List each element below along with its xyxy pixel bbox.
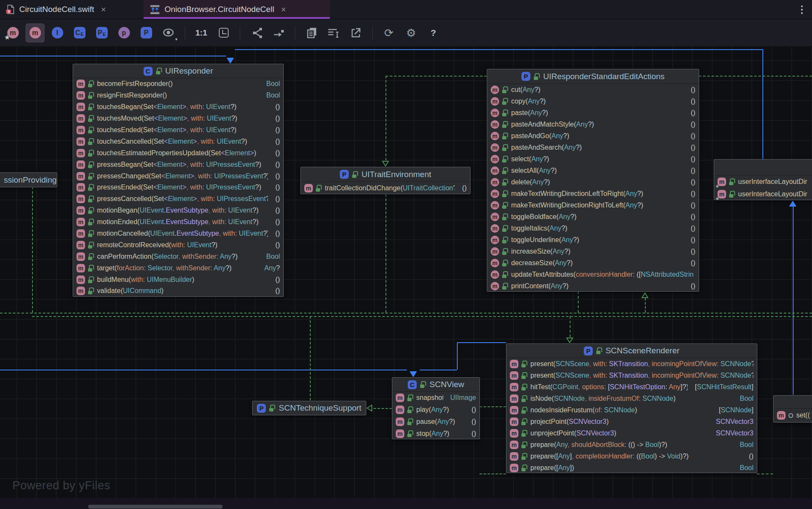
extension-methods-filter-button[interactable]: m ★ <box>3 24 22 42</box>
help-icon: ? <box>431 28 436 38</box>
member-row[interactable]: mcopy(Any?)() <box>487 95 699 107</box>
member-row[interactable]: mset(( <box>774 408 812 422</box>
member-row[interactable]: mprintContent(Any?)() <box>487 280 699 292</box>
node-header[interactable] <box>774 396 812 408</box>
member-row[interactable]: mdecreaseSize(Any?)() <box>487 257 699 269</box>
member-row[interactable]: mvalidate(UICommand)() <box>73 285 283 297</box>
public-lock-icon <box>521 361 527 367</box>
more-options-kebab-icon[interactable]: ⋮ <box>797 4 812 15</box>
member-row[interactable]: mprojectPoint(SCNVector3)SCNVector3 <box>506 416 757 427</box>
node-header[interactable]: PUIResponderStandardEditActions <box>487 69 699 84</box>
member-row[interactable]: mselectAll(Any?)() <box>487 165 699 176</box>
node-userinterfacelayout-clipped[interactable]: muserInterfaceLayoutDirmuserInterfaceLay… <box>714 159 812 200</box>
member-row[interactable]: mstop(Any?)() <box>392 428 480 439</box>
member-row[interactable]: mselect(Any?)() <box>487 153 699 165</box>
member-row[interactable]: mprepare([Any])Bool <box>506 462 757 473</box>
node-header[interactable] <box>714 160 812 176</box>
member-row[interactable]: mnodesInsideFrustum(of: SCNNode)[SCNNode… <box>506 404 757 416</box>
member-row[interactable]: mpressesEnded(Set<Element>, with: UIPres… <box>73 182 283 193</box>
node-uiresponder[interactable]: CUIRespondermbecomeFirstResponder()Boolm… <box>73 64 284 297</box>
initializers-filter-button[interactable]: I <box>48 24 67 42</box>
member-row[interactable]: mprepare(Any, shouldAbortBlock: (() -> B… <box>506 439 757 450</box>
member-row[interactable]: mtoggleUnderline(Any?)() <box>487 234 699 246</box>
visibility-level-button[interactable]: ▾ <box>159 24 178 42</box>
fit-content-button[interactable] <box>214 24 233 42</box>
export-diagram-button[interactable] <box>347 24 365 42</box>
tab-circuitnodecell-swift[interactable]: S CircuitNodeCell.swift × <box>0 0 132 19</box>
member-row[interactable]: mmakeTextWritingDirectionLeftToRight(Any… <box>487 188 699 199</box>
member-row[interactable]: mupdateTextAttributes(conversionHandler:… <box>487 269 699 280</box>
node-header[interactable]: ssionProviding <box>0 173 57 187</box>
node-header[interactable]: PSCNTechniqueSupport <box>253 401 366 415</box>
node-scnview[interactable]: CSCNViewmsnapshot()UIImagemplay(Any?)()m… <box>392 377 480 439</box>
member-row[interactable]: mdelete(Any?)() <box>487 176 699 188</box>
member-row[interactable]: mtouchesEstimatedPropertiesUpdated(Set<E… <box>73 147 283 159</box>
protocols-filter-button[interactable]: P <box>137 24 156 42</box>
member-row[interactable]: mresignFirstResponder()Bool <box>73 90 283 101</box>
horizontal-scrollbar[interactable] <box>88 505 223 509</box>
node-uitraitenvironment[interactable]: PUITraitEnvironmentmtraitCollectionDidCh… <box>300 167 471 194</box>
member-row[interactable]: mtoggleItalics(Any?)() <box>487 222 699 234</box>
member-row[interactable]: mincreaseSize(Any?)() <box>487 246 699 257</box>
refresh-button[interactable]: ⟳ <box>380 24 398 42</box>
member-row[interactable]: mpresent(SCNScene, with: SKTransition, i… <box>506 358 757 370</box>
member-row[interactable]: mbecomeFirstResponder()Bool <box>73 78 283 90</box>
route-edges-button[interactable] <box>269 24 288 42</box>
close-tab-icon[interactable]: × <box>281 5 286 15</box>
protocol-extensions-filter-button[interactable]: PE <box>92 24 111 42</box>
member-row[interactable]: mpaste(Any?)() <box>487 107 699 118</box>
node-header[interactable]: PUITraitEnvironment <box>301 167 470 182</box>
edit-node-labels-button[interactable] <box>324 24 343 42</box>
member-row[interactable]: mmotionCancelled(UIEvent.EventSubtype, w… <box>73 228 283 240</box>
member-row[interactable]: mpressesCancelled(Set<Element>, with: UI… <box>73 193 283 205</box>
member-row[interactable]: mbuildMenu(with: UIMenuBuilder)() <box>73 274 283 285</box>
member-row[interactable]: mtoggleBoldface(Any?)() <box>487 211 699 222</box>
member-row[interactable]: mremoteControlReceived(with: UIEvent?)() <box>73 239 283 251</box>
member-row[interactable]: muserInterfaceLayoutDir <box>714 176 812 188</box>
node-header[interactable]: CUIResponder <box>73 64 283 78</box>
member-row[interactable]: mmakeTextWritingDirectionRightToLeft(Any… <box>487 199 699 211</box>
copy-diagram-button[interactable] <box>302 24 321 42</box>
methods-filter-button[interactable]: m <box>26 24 44 42</box>
member-row[interactable]: mhitTest(CGPoint, options: [SCNHitTestOp… <box>506 381 757 393</box>
member-row[interactable]: mcanPerformAction(Selector, withSender: … <box>73 251 283 262</box>
node-session-providing-clipped[interactable]: ssionProviding <box>0 172 57 187</box>
properties-filter-button[interactable]: p <box>115 24 133 42</box>
member-row[interactable]: mpasteAndGo(Any?)() <box>487 130 699 142</box>
member-row[interactable]: mpresent(SCNScene, with: SKTransition, i… <box>506 370 757 381</box>
member-row[interactable]: mplay(Any?)() <box>392 404 480 416</box>
member-row[interactable]: mmotionBegan(UIEvent.EventSubtype, with:… <box>73 205 283 216</box>
class-extensions-filter-button[interactable]: CE <box>70 24 89 42</box>
close-tab-icon[interactable]: × <box>101 5 106 15</box>
node-scntechniquesupport[interactable]: PSCNTechniqueSupport <box>252 401 366 415</box>
node-header[interactable]: PSCNSceneRenderer <box>506 344 757 358</box>
apply-layout-button[interactable] <box>247 24 266 42</box>
member-row[interactable]: mtouchesCancelled(Set<Element>, with: UI… <box>73 136 283 147</box>
tab-uml-diagram[interactable]: OnionBrowser.CircuitNodeCell × <box>144 0 330 19</box>
member-row[interactable]: mtarget(forAction: Selector, withSender:… <box>73 262 283 274</box>
member-row[interactable]: mtraitCollectionDidChange(UITraitCollect… <box>301 182 470 194</box>
node-header[interactable]: CSCNView <box>392 378 480 392</box>
node-uiresponder-standard-edit-actions[interactable]: PUIResponderStandardEditActionsmcut(Any?… <box>487 69 699 292</box>
member-row[interactable]: mtouchesBegan(Set<Element>, with: UIEven… <box>73 101 283 113</box>
member-row[interactable]: mtouchesMoved(Set<Element>, with: UIEven… <box>73 113 283 124</box>
member-row[interactable]: msnapshot()UIImage <box>392 392 480 404</box>
member-row[interactable]: mpasteAndSearch(Any?)() <box>487 142 699 153</box>
public-lock-icon <box>352 171 358 178</box>
member-row[interactable]: mcut(Any?)() <box>487 84 699 95</box>
member-row[interactable]: mtouchesEnded(Set<Element>, with: UIEven… <box>73 124 283 136</box>
actual-size-button[interactable]: 1:1 <box>192 24 211 42</box>
settings-button[interactable]: ⚙ <box>402 24 421 42</box>
member-row[interactable]: muserInterfaceLayoutDir <box>714 188 812 201</box>
member-row[interactable]: munprojectPoint(SCNVector3)SCNVector3 <box>506 427 757 439</box>
member-row[interactable]: mpressesChanged(Set<Element>, with: UIPr… <box>73 170 283 182</box>
node-scnscenerenderer[interactable]: PSCNSceneRenderermpresent(SCNScene, with… <box>506 343 757 473</box>
member-row[interactable]: mprepare([Any], completionHandler: ((Boo… <box>506 450 757 462</box>
member-row[interactable]: misNode(SCNNode, insideFrustumOf: SCNNod… <box>506 393 757 404</box>
node-set-clipped[interactable]: mset(( <box>773 395 812 423</box>
member-row[interactable]: mmotionEnded(UIEvent.EventSubtype, with:… <box>73 216 283 228</box>
member-row[interactable]: mpasteAndMatchStyle(Any?)() <box>487 118 699 130</box>
help-button[interactable]: ? <box>424 24 443 42</box>
member-row[interactable]: mpause(Any?)() <box>392 416 480 428</box>
member-row[interactable]: mpressesBegan(Set<Element>, with: UIPres… <box>73 159 283 170</box>
